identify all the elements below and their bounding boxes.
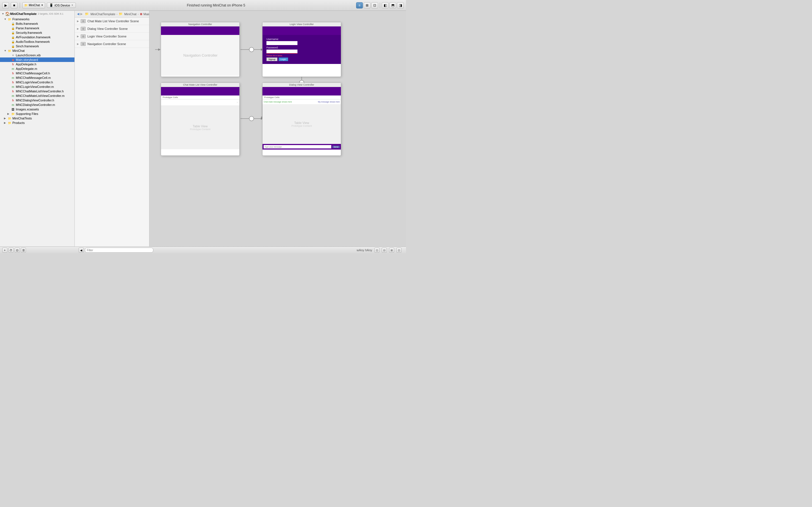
sidebar-item-images[interactable]: 🖼 Images.xcassets: [0, 107, 74, 112]
nav-next[interactable]: ▶: [80, 12, 83, 16]
editor-assistant[interactable]: ⊞: [364, 2, 370, 8]
chat-mate-message: Chat mate message shows here: [264, 101, 292, 103]
sidebar-item-security[interactable]: 🔒 Security.framework: [0, 31, 74, 35]
device-selector[interactable]: 📱 iOS Device ▼: [47, 3, 76, 8]
username-label: Username:: [266, 38, 337, 41]
file-navigator: ▼ 🏠 MiniChatTemplate 2 targets, iOS SDK …: [0, 11, 75, 246]
dialog-cells-label: Prototype Cells: [262, 96, 341, 100]
sidebar-item-mncdialog-h[interactable]: h MNCDialogViewController.h: [0, 98, 74, 103]
sidebar-item-launchscreen[interactable]: ✕ LaunchScreen.xib: [0, 53, 74, 57]
sidebar-item-appdelegate-h[interactable]: h AppDelegate.h: [0, 62, 74, 66]
scene-list-panel: ◀ ▶ 📁 MiniChatTemplate › 📁 MiniChat › ◼ …: [75, 11, 149, 246]
sidebar-item-mnclogin-h[interactable]: h MNCLoginViewController.h: [0, 80, 74, 84]
scene-login-label: Login View Controller Scene: [87, 35, 126, 38]
device-icon: 📱: [49, 3, 53, 7]
sidebar-item-avfoundation[interactable]: 🔒 AVFoundation.framework: [0, 35, 74, 40]
scene-login[interactable]: ▶ ⊡ Login View Controller Scene: [75, 33, 149, 40]
scene-dialog[interactable]: ▶ ⊡ Dialog View Controller Scene: [75, 25, 149, 33]
login-button-preview: Login: [278, 57, 288, 61]
sidebar-item-mncchatlist-m[interactable]: m MNCChatMateListViewController.m: [0, 94, 74, 98]
sidebar-item-mainstoryboard[interactable]: ◼ Main.storyboard: [0, 57, 74, 62]
svg-point-8: [249, 116, 254, 121]
chatlist-controller-box: Chat Mate List View Controller Prototype…: [161, 82, 240, 156]
editor-standard[interactable]: ≡: [356, 2, 363, 8]
sidebar-item-appdelegate-m[interactable]: m AppDelegate.m: [0, 66, 74, 71]
my-message: My message shows here: [318, 101, 340, 103]
navigator-toggle[interactable]: ◧: [382, 2, 389, 8]
sidebar-item-minichat-group[interactable]: ▼ 📁 MiniChat: [0, 48, 74, 53]
breadcrumb: ◀ ▶ 📁 MiniChatTemplate › 📁 MiniChat › ◼ …: [75, 11, 149, 17]
scene-view-icon: ⊡: [81, 19, 86, 23]
scheme-selector[interactable]: 📁MiniChat▼: [22, 2, 45, 8]
canvas-content: Navigation Controller Navigation Control…: [155, 16, 406, 236]
sidebar-item-mncchatcell-m[interactable]: m MNCChatMessageCell.m: [0, 75, 74, 80]
scene-nav-label: Navigation Controller Scene: [87, 42, 126, 46]
bottom-canvas-controls: wAny hAny ⊡ ⊟ ⊠ ⊡: [155, 247, 404, 252]
sidebar-item-frameworks[interactable]: ▼ 📁 Frameworks: [0, 17, 74, 21]
hierarchy-button[interactable]: ☰: [21, 247, 26, 252]
history-button[interactable]: ⏱: [8, 247, 13, 252]
scene-expand-arrow-2: ▶: [77, 27, 79, 30]
scene-chatmate-list[interactable]: ▶ ⊡ Chat Mate List View Controller Scene: [75, 17, 149, 25]
sidebar-item-mncchatcell-h[interactable]: h MNCChatMessageCell.h: [0, 71, 74, 75]
scene-chatmate-label: Chat Mate List View Controller Scene: [87, 19, 139, 23]
stop-button[interactable]: ■: [11, 2, 17, 8]
dialog-controller-header: Dialog View Controller: [262, 83, 341, 87]
scene-back-button[interactable]: ◀: [79, 247, 84, 252]
run-button[interactable]: ▶: [2, 2, 9, 8]
debug-toggle[interactable]: ⬒: [389, 2, 396, 8]
sidebar-item-mncdialog-m[interactable]: m MNCDialogViewController.m: [0, 103, 74, 107]
scene-nav-icon: ⊡: [81, 42, 86, 46]
main-area: ▼ 🏠 MiniChatTemplate 2 targets, iOS SDK …: [0, 11, 406, 246]
password-label: Password:: [266, 46, 337, 49]
breadcrumb-storyboard: Main.storyboard: [144, 12, 149, 16]
scene-dialog-label: Dialog View Controller Scene: [87, 27, 128, 31]
filter-button[interactable]: ⊡: [15, 247, 20, 252]
sidebar-item-products[interactable]: ▶ 📁 Products: [0, 121, 74, 125]
canvas-size-control-3[interactable]: ⊡: [396, 247, 402, 252]
dialog-tableview-sub: Prototype Content: [292, 124, 312, 127]
scene-expand-arrow-4: ▶: [77, 43, 79, 45]
toolbar: ▶ ■ 📁MiniChat▼ 📱 iOS Device ▼ Finished r…: [0, 0, 406, 11]
dialog-tableview-label: Table View: [294, 121, 309, 124]
scene-expand-arrow: ▶: [77, 20, 79, 22]
sidebar-item-bolts[interactable]: 🔒 Bolts.framework: [0, 21, 74, 26]
canvas-zoom-fit[interactable]: ⊡: [374, 247, 379, 252]
chatlist-cell-row: ›: [161, 100, 239, 106]
size-label: wAny hAny: [357, 248, 372, 252]
scene-nav[interactable]: ▶ ⊡ Navigation Controller Scene: [75, 40, 149, 48]
editor-version[interactable]: ⊡: [371, 2, 378, 8]
sidebar-item-audiotoolbox[interactable]: 🔒 AudioToolbox.framework: [0, 40, 74, 44]
sidebar-item-sinch[interactable]: 🔒 Sinch.framework: [0, 44, 74, 48]
scene-search-input[interactable]: [85, 247, 153, 252]
sidebar-item-supporting[interactable]: ▶ 📁 Supporting Files: [0, 112, 74, 116]
project-root[interactable]: ▼ 🏠 MiniChatTemplate 2 targets, iOS SDK …: [0, 11, 74, 17]
sidebar-item-mnclogin-m[interactable]: m MNCLoginViewController.m: [0, 84, 74, 89]
svg-point-2: [249, 47, 254, 52]
storyboard-canvas[interactable]: Navigation Controller Navigation Control…: [149, 11, 406, 246]
message-input-preview: [264, 145, 331, 149]
scene-login-icon: ⊡: [81, 34, 86, 38]
bottom-left-controls: + ⏱ ⊡ ☰: [2, 247, 77, 252]
add-button[interactable]: +: [2, 247, 7, 252]
username-input-preview: [266, 41, 297, 45]
nav-center-label: Navigation Controller: [183, 53, 217, 57]
bottom-bar: + ⏱ ⊡ ☰ ◀ wAny hAny ⊡ ⊟ ⊠ ⊡: [0, 246, 406, 253]
chatlist-controller-header: Chat Mate List View Controller: [161, 83, 239, 87]
login-controller-header: Login View Controller: [262, 22, 341, 26]
password-input-preview: [266, 50, 297, 54]
canvas-size-control-1[interactable]: ⊟: [382, 247, 387, 252]
sidebar-item-parse[interactable]: 🔒 Parse.framework: [0, 26, 74, 31]
nav-controller-header: Navigation Controller: [161, 22, 239, 26]
nav-prev[interactable]: ◀: [77, 12, 79, 16]
chatlist-tableview-sub: Prototype Content: [190, 128, 211, 131]
send-button-preview: Send: [333, 146, 340, 148]
utilities-toggle[interactable]: ◨: [397, 2, 404, 8]
breadcrumb-template: MiniChatTemplate: [91, 12, 115, 16]
sidebar-item-miniChatsTests[interactable]: ▶ 📁 MiniChatTests: [0, 116, 74, 121]
sidebar-item-mncchatlist-h[interactable]: h MNCChatMateListViewController.h: [0, 89, 74, 94]
canvas-size-control-2[interactable]: ⊠: [389, 247, 394, 252]
login-buttons: Signup Login: [266, 57, 337, 61]
device-label: iOS Device: [54, 4, 70, 7]
breadcrumb-minichat: MiniChat: [124, 12, 137, 16]
